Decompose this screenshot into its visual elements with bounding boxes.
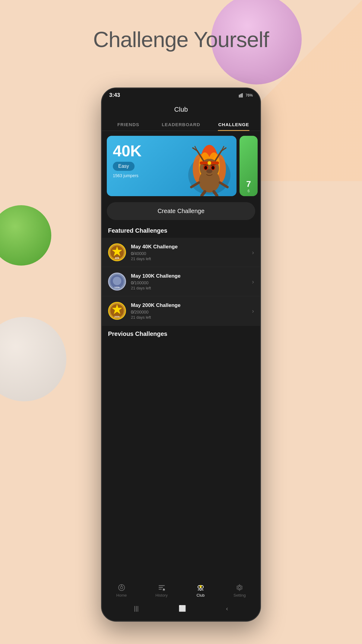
nav-items: Home History <box>102 579 260 600</box>
challenge-name-40k: May 40K Challenge <box>131 244 252 250</box>
nav-history[interactable]: History <box>155 583 167 598</box>
nav-setting[interactable]: Setting <box>233 583 246 598</box>
svg-rect-3 <box>242 93 243 97</box>
svg-rect-1 <box>240 94 240 97</box>
svg-point-37 <box>113 277 121 285</box>
hero-title: Challenge Yourself <box>0 27 362 52</box>
nav-club-label: Club <box>197 593 205 598</box>
banner-difficulty: Easy <box>113 162 135 171</box>
featured-section-title: Featured Challenges <box>102 225 260 238</box>
tab-friends[interactable]: FRIENDS <box>102 118 155 131</box>
svg-rect-2 <box>241 94 242 97</box>
create-challenge-button[interactable]: Create Challenge <box>107 202 255 220</box>
home-icon <box>117 583 126 592</box>
banner-card-green: 7 6 <box>240 136 258 196</box>
nav-history-label: History <box>155 593 167 598</box>
svg-rect-47 <box>159 587 163 588</box>
gesture-home-icon: ⬜ <box>179 605 186 612</box>
banner-text: 40K Easy 1563 jumpers <box>113 143 141 178</box>
svg-point-44 <box>120 586 123 589</box>
bottom-nav: Home History <box>102 579 260 618</box>
banner-jumpers: 1563 jumpers <box>113 173 141 178</box>
gesture-back-icon: ‹ <box>226 605 228 612</box>
nav-club[interactable]: Club <box>196 583 205 598</box>
phone-frame: 3:43 76% Club FRIENDS LEADERBOARD CHALLE… <box>101 88 261 622</box>
ball-white <box>0 317 66 401</box>
previous-section-title: Previous Challenges <box>102 328 260 341</box>
challenge-name-200k: May 200K Challenge <box>131 302 252 308</box>
svg-rect-48 <box>159 589 162 590</box>
chevron-right-icon-40k: › <box>252 249 254 256</box>
status-time: 3:43 <box>109 92 120 98</box>
tab-bar: FRIENDS LEADERBOARD CHALLENGE <box>102 113 260 131</box>
status-icons: 76% <box>239 93 253 97</box>
status-bar: 3:43 76% <box>102 88 260 101</box>
nav-home-label: Home <box>116 593 127 598</box>
challenge-info-200k: May 200K Challenge 0/200000 21 days left <box>131 302 252 320</box>
gesture-menu-icon: ||| <box>134 605 139 612</box>
svg-rect-46 <box>159 585 165 586</box>
challenge-days-100k: 21 days left <box>131 286 252 290</box>
setting-icon <box>235 583 244 592</box>
nav-home[interactable]: Home <box>116 583 127 598</box>
challenge-item-200k[interactable]: 200k May 200K Challenge 0/200000 21 days… <box>102 296 260 326</box>
banner-steps: 40K <box>113 143 141 159</box>
challenge-progress-200k: 0/200000 <box>131 310 252 314</box>
tab-leaderboard[interactable]: LEADERBOARD <box>155 118 208 131</box>
challenge-days-200k: 21 days left <box>131 315 252 320</box>
banner-area: 40K Easy 1563 jumpers <box>102 131 260 201</box>
app-content: Club FRIENDS LEADERBOARD CHALLENGE 40K E… <box>102 101 260 618</box>
challenge-list: 40k May 40K Challenge 0/40000 21 days le… <box>102 238 260 326</box>
challenge-days-40k: 21 days left <box>131 257 252 261</box>
challenge-info-40k: May 40K Challenge 0/40000 21 days left <box>131 244 252 261</box>
svg-rect-0 <box>239 95 240 97</box>
challenge-item-40k[interactable]: 40k May 40K Challenge 0/40000 21 days le… <box>102 238 260 267</box>
challenge-progress-40k: 0/40000 <box>131 251 252 256</box>
svg-point-55 <box>238 586 241 589</box>
chevron-right-icon-100k: › <box>252 278 254 285</box>
challenge-name-100k: May 100K Challenge <box>131 273 252 279</box>
challenge-info-100k: May 100K Challenge 0/100000 21 days left <box>131 273 252 290</box>
svg-text:200k: 200k <box>114 315 120 318</box>
svg-point-21 <box>211 166 214 170</box>
badge-100k: 100k <box>108 273 126 291</box>
history-icon <box>157 583 166 592</box>
svg-point-20 <box>204 166 207 170</box>
tab-challenge[interactable]: CHALLENGE <box>207 118 260 131</box>
svg-point-24 <box>206 169 212 173</box>
challenge-item-100k[interactable]: 100k May 100K Challenge 0/100000 21 days… <box>102 267 260 296</box>
nav-setting-label: Setting <box>233 593 246 598</box>
svg-text:40k: 40k <box>115 257 119 260</box>
create-button-wrap: Create Challenge <box>102 201 260 225</box>
app-header: Club <box>102 101 260 113</box>
banner-character <box>182 142 237 196</box>
gesture-bar: ||| ⬜ ‹ <box>102 600 260 615</box>
svg-point-26 <box>208 161 211 165</box>
svg-text:100k: 100k <box>114 286 120 289</box>
banner-card-blue[interactable]: 40K Easy 1563 jumpers <box>107 136 237 196</box>
challenge-progress-100k: 0/100000 <box>131 280 252 285</box>
previous-section: Previous Challenges <box>102 326 260 341</box>
chevron-right-icon-200k: › <box>252 308 254 314</box>
badge-40k: 40k <box>108 243 126 261</box>
ball-green <box>0 205 51 266</box>
badge-200k: 200k <box>108 302 126 320</box>
club-icon <box>196 583 205 592</box>
app-title: Club <box>174 106 188 113</box>
